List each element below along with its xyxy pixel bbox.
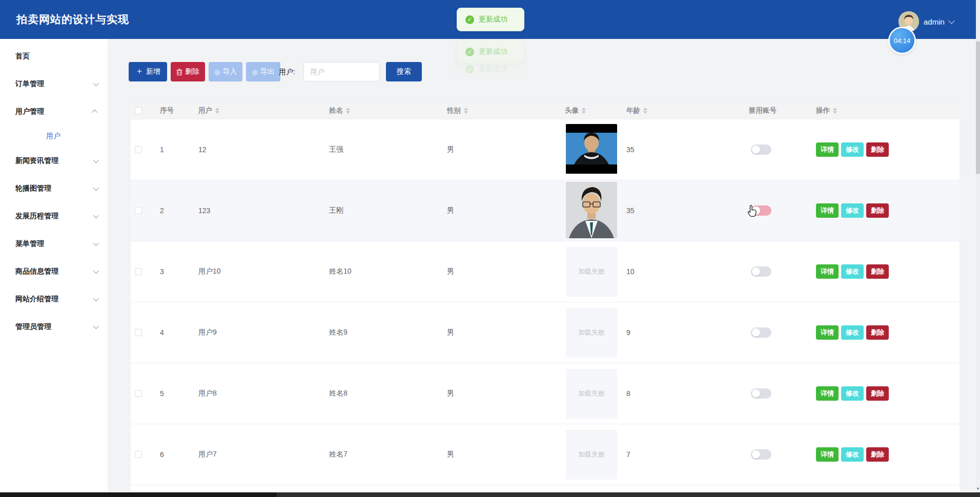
add-button[interactable]: ＋ 新增 [129, 62, 167, 81]
cell-gender: 男 [441, 206, 559, 215]
cell-name: 姓名8 [323, 389, 441, 398]
delete-button[interactable]: 删除 [171, 62, 205, 81]
detail-button[interactable]: 详情 [816, 203, 839, 218]
edit-button[interactable]: 修改 [841, 386, 864, 401]
edit-button[interactable]: 修改 [841, 447, 864, 462]
sort-carets-icon[interactable] [582, 108, 586, 114]
detail-button[interactable]: 详情 [816, 447, 839, 462]
detail-button[interactable]: 详情 [816, 386, 839, 401]
column-header-name[interactable]: 姓名 [323, 106, 441, 115]
cell-age: 7 [620, 450, 746, 459]
search-input[interactable] [303, 62, 380, 81]
cell-index: 6 [154, 450, 192, 459]
row-delete-button[interactable]: 删除 [866, 325, 889, 340]
horizontal-scrollbar[interactable] [0, 492, 980, 497]
timer-value: 04:14 [894, 37, 911, 45]
detail-button[interactable]: 详情 [816, 264, 839, 279]
table-row: 2 123 王刚 男 35 详情 [131, 180, 959, 241]
horizontal-scrollbar-thumb[interactable] [0, 492, 277, 497]
sidebar-item-label: 菜单管理 [15, 239, 93, 248]
column-header-age[interactable]: 年龄 [620, 106, 746, 115]
disable-account-toggle[interactable] [751, 327, 771, 338]
column-header-index[interactable]: 序号 [154, 106, 192, 115]
trash-icon [176, 69, 182, 75]
export-button[interactable]: ◎ 导出 [246, 62, 280, 81]
row-delete-button[interactable]: 删除 [866, 264, 889, 279]
search-button[interactable]: 搜索 [386, 62, 422, 81]
sidebar-subitem-user-active[interactable]: 用户 [0, 126, 108, 147]
table-row: 4 用户9 姓名9 男 加载失败 9 详情 修改 删除 [131, 302, 959, 363]
success-check-icon: ✓ [465, 65, 474, 74]
column-header-actions[interactable]: 操作 [810, 106, 959, 115]
column-header-user[interactable]: 用户 [192, 106, 323, 115]
avatar-load-failed: 加载失败 [566, 308, 617, 358]
import-button[interactable]: ◎ 导入 [209, 62, 242, 81]
sidebar-item-home[interactable]: 首页 [0, 43, 108, 70]
export-button-label: 导出 [260, 67, 275, 76]
sidebar-item-label: 订单管理 [15, 79, 93, 89]
cell-gender: 男 [441, 328, 559, 337]
cell-user: 用户9 [192, 328, 323, 337]
sidebar-item-site-intro[interactable]: 网站介绍管理 [0, 285, 108, 313]
disable-account-toggle[interactable] [751, 266, 771, 277]
vertical-scrollbar-thumb[interactable] [976, 41, 980, 174]
sidebar-item-news[interactable]: 新闻资讯管理 [0, 147, 108, 175]
sidebar-item-label: 网站介绍管理 [15, 295, 93, 304]
sidebar-item-user-management[interactable]: 用户管理 [0, 98, 108, 126]
sidebar-item-admins[interactable]: 管理员管理 [0, 313, 108, 341]
edit-button[interactable]: 修改 [841, 264, 864, 279]
search-button-label: 搜索 [397, 67, 411, 76]
select-all-checkbox[interactable] [135, 107, 142, 114]
edit-button[interactable]: 修改 [841, 203, 864, 218]
sort-carets-icon[interactable] [833, 108, 837, 114]
cell-user: 123 [192, 206, 323, 215]
cell-index: 1 [154, 146, 192, 154]
row-checkbox[interactable] [135, 390, 142, 397]
vertical-scrollbar[interactable]: ▾ [976, 0, 980, 497]
row-checkbox[interactable] [135, 329, 142, 336]
sort-carets-icon[interactable] [215, 108, 219, 114]
sidebar-item-menu[interactable]: 菜单管理 [0, 230, 108, 258]
sidebar-item-history[interactable]: 发展历程管理 [0, 202, 108, 230]
cell-index: 2 [154, 206, 192, 215]
cell-name: 姓名10 [323, 267, 441, 276]
sidebar-item-orders[interactable]: 订单管理 [0, 70, 108, 98]
row-checkbox[interactable] [135, 451, 142, 458]
scrollbar-down-arrow-icon[interactable]: ▾ [976, 486, 980, 491]
row-delete-button[interactable]: 删除 [866, 447, 889, 462]
row-checkbox[interactable] [135, 207, 142, 214]
cell-gender: 男 [441, 389, 559, 398]
toast-message: 更新成功 [479, 15, 507, 24]
sort-carets-icon[interactable] [643, 108, 647, 114]
edit-button[interactable]: 修改 [841, 142, 864, 157]
column-header-gender[interactable]: 性别 [441, 106, 559, 115]
row-delete-button[interactable]: 删除 [866, 142, 889, 157]
chevron-down-icon [948, 17, 955, 24]
row-delete-button[interactable]: 删除 [866, 203, 889, 218]
disable-account-toggle[interactable] [751, 388, 771, 399]
detail-button[interactable]: 详情 [816, 325, 839, 340]
timer-badge: 04:14 [890, 28, 914, 53]
cell-index: 4 [154, 328, 192, 337]
page-title: 拍卖网站的设计与实现 [16, 0, 129, 39]
sidebar-item-label: 管理员管理 [15, 322, 93, 332]
edit-button[interactable]: 修改 [841, 325, 864, 340]
row-checkbox[interactable] [135, 146, 142, 153]
row-checkbox[interactable] [135, 268, 142, 275]
sidebar-item-carousel[interactable]: 轮播图管理 [0, 175, 108, 202]
disable-account-toggle[interactable] [751, 449, 771, 460]
avatar-load-failed: 加载失败 [566, 430, 617, 480]
column-header-disable-account: 禁用账号 [746, 106, 810, 115]
chevron-down-icon [93, 240, 99, 246]
sidebar-item-products[interactable]: 商品信息管理 [0, 258, 108, 285]
disable-account-toggle[interactable] [751, 144, 771, 155]
chevron-down-icon [93, 80, 99, 86]
row-delete-button[interactable]: 删除 [866, 386, 889, 401]
sort-carets-icon[interactable] [346, 108, 350, 114]
detail-button[interactable]: 详情 [816, 142, 839, 157]
sidebar-item-label: 用户 [46, 132, 97, 141]
sort-carets-icon[interactable] [464, 108, 468, 114]
import-button-label: 导入 [222, 67, 237, 76]
column-header-avatar[interactable]: 头像 [559, 106, 620, 115]
table-row: 1 12 王强 男 35 详情 修改 删除 [131, 119, 959, 180]
